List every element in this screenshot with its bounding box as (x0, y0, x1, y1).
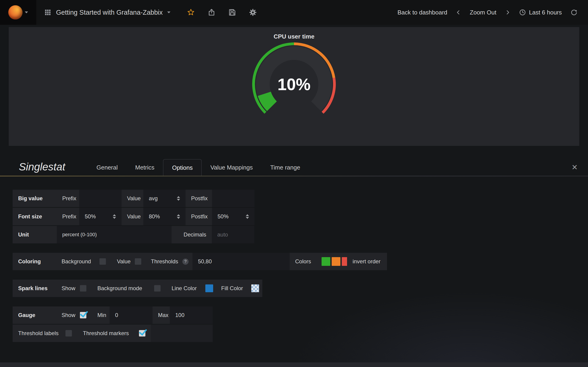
value-label: Value (121, 190, 143, 207)
star-icon (187, 8, 195, 17)
panel-type-title: Singlestat (19, 161, 88, 173)
time-range-picker[interactable]: Last 6 hours (519, 9, 562, 16)
gauge-show-checkbox[interactable] (80, 312, 86, 318)
big-value-prefix-input[interactable] (79, 190, 121, 207)
background-mode-group: Background mode (92, 280, 166, 297)
colors-label: Colors (290, 253, 316, 270)
thresholds-input[interactable] (192, 253, 290, 270)
gauge-max-input[interactable] (170, 307, 213, 324)
dashboard-title: Getting Started with Grafana-Zabbix (56, 9, 163, 16)
line-color-label: Line Color (166, 280, 203, 297)
fill-color-swatch[interactable] (251, 284, 259, 292)
fill-color-label: Fill Color (216, 280, 248, 297)
save-button[interactable] (228, 8, 237, 17)
top-navbar: Getting Started with Grafana-Zabbix (0, 0, 588, 25)
singlestat-panel: CPU user time 10% (9, 27, 579, 146)
tab-time-range[interactable]: Time range (261, 159, 309, 176)
back-to-dashboard-link[interactable]: Back to dashboard (398, 9, 447, 16)
thresholds-group: Thresholds ? (145, 253, 192, 270)
line-color-cell (203, 280, 216, 297)
settings-button[interactable] (249, 8, 257, 17)
tab-general[interactable]: General (88, 159, 127, 176)
decimals-label: Decimals (172, 226, 212, 243)
red-color-swatch[interactable] (342, 257, 347, 266)
font-size-prefix-select[interactable]: 50% (79, 208, 121, 225)
stepper-icon (177, 196, 180, 201)
empty-cell (151, 325, 213, 342)
stepper-icon (113, 214, 116, 219)
chevron-down-icon (25, 11, 28, 13)
gauge-value-arc (264, 94, 272, 106)
line-color-swatch[interactable] (205, 284, 213, 292)
unit-select[interactable]: percent (0-100) (57, 226, 172, 243)
show-label: Show (61, 312, 75, 318)
coloring-background-group: Background (56, 253, 111, 270)
prefix-label: Prefix (57, 190, 79, 207)
dashboard-title-dropdown[interactable]: Getting Started with Grafana-Zabbix (36, 0, 178, 25)
select-value: avg (149, 190, 158, 207)
threshold-markers-label: Threshold markers (83, 330, 129, 336)
background-mode-checkbox[interactable] (154, 285, 161, 292)
chevron-down-icon (167, 11, 170, 13)
font-size-value-select[interactable]: 80% (143, 208, 186, 225)
threshold-markers-checkbox[interactable] (139, 330, 145, 336)
gauge-label: Gauge (13, 307, 56, 324)
help-icon[interactable]: ? (182, 259, 189, 265)
gauge-svg: 10% (237, 41, 351, 128)
share-button[interactable] (207, 8, 216, 17)
sparkline-show-group: Show (56, 280, 92, 297)
spark-lines-row: Spark lines Show Background mode Line Co… (13, 280, 588, 297)
value-label: Value (117, 258, 131, 265)
tab-options[interactable]: Options (163, 159, 202, 176)
big-value-label: Big value (13, 190, 57, 207)
threshold-labels-group: Threshold labels (13, 325, 78, 342)
share-icon (208, 8, 216, 17)
decimals-input[interactable] (212, 226, 254, 243)
coloring-row: Coloring Background Value Thresholds ? C… (13, 253, 588, 270)
editor-tabs: General Metrics Options Value Mappings T… (88, 159, 309, 176)
coloring-label: Coloring (13, 253, 56, 270)
threshold-markers-group: Threshold markers (78, 325, 151, 342)
chevron-right-icon[interactable] (504, 9, 511, 16)
select-value: 50% (217, 208, 229, 225)
chevron-left-icon[interactable] (455, 9, 462, 16)
threshold-labels-checkbox[interactable] (65, 330, 72, 336)
value-label: Value (121, 208, 143, 225)
close-editor-button[interactable]: × (572, 162, 578, 172)
panel-title: CPU user time (9, 27, 579, 40)
big-value-stat-select[interactable]: avg (143, 190, 186, 207)
panel-editor-header: Singlestat General Metrics Options Value… (0, 159, 588, 176)
zoom-out-button[interactable]: Zoom Out (470, 9, 496, 16)
postfix-label: Postfix (186, 190, 212, 207)
gauge-show-group: Show (56, 307, 92, 324)
clock-icon (519, 9, 526, 16)
gauge-row: Gauge Show Min Max (13, 307, 588, 324)
invert-order-button[interactable]: invert order (347, 253, 387, 270)
green-color-swatch[interactable] (321, 257, 330, 266)
refresh-icon (570, 8, 578, 16)
coloring-value-group: Value (111, 253, 145, 270)
big-value-row: Big value Prefix Value avg Postfix (13, 190, 588, 207)
value-checkbox[interactable] (135, 258, 141, 265)
thresholds-label: Thresholds (151, 258, 178, 265)
star-button[interactable] (187, 8, 195, 17)
background-checkbox[interactable] (99, 258, 106, 265)
tab-value-mappings[interactable]: Value Mappings (202, 159, 262, 176)
save-icon (228, 8, 236, 17)
font-size-postfix-select[interactable]: 50% (212, 208, 254, 225)
refresh-button[interactable] (570, 8, 578, 17)
font-size-label: Font size (13, 208, 57, 225)
sparkline-show-checkbox[interactable] (80, 285, 86, 292)
nav-right-controls: Back to dashboard Zoom Out Last 6 hours (398, 8, 588, 17)
dashboard-grid-icon (44, 9, 52, 16)
background-mode-label: Background mode (97, 285, 142, 292)
orange-color-swatch[interactable] (332, 257, 340, 266)
tab-metrics[interactable]: Metrics (127, 159, 163, 176)
grafana-menu-button[interactable] (0, 0, 36, 25)
spark-lines-label: Spark lines (13, 280, 56, 297)
time-range-label: Last 6 hours (529, 9, 562, 16)
bottom-strip (0, 362, 588, 367)
big-value-postfix-input[interactable] (212, 190, 254, 207)
show-label: Show (61, 285, 75, 292)
gauge-min-input[interactable] (110, 307, 153, 324)
